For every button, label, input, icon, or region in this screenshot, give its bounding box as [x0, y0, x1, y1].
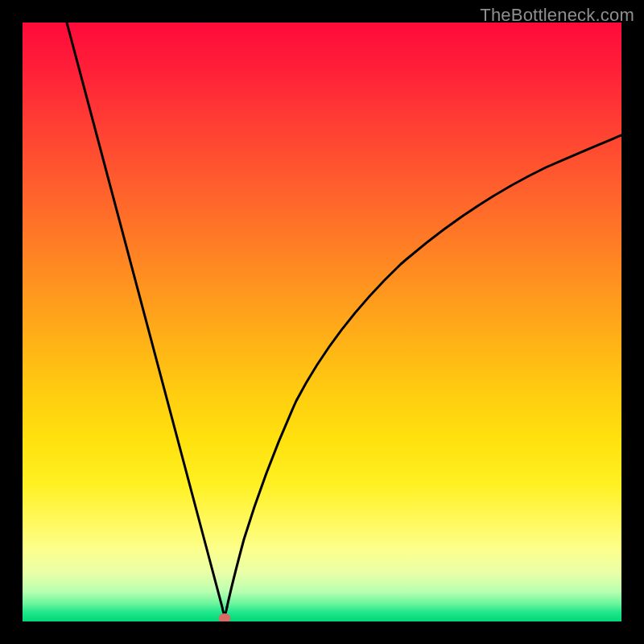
plot-area — [23, 23, 621, 621]
watermark-text: TheBottleneck.com — [480, 5, 634, 26]
optimal-point-marker — [219, 613, 231, 621]
bottleneck-curve — [23, 23, 621, 621]
chart-wrapper: TheBottleneck.com — [0, 0, 644, 644]
